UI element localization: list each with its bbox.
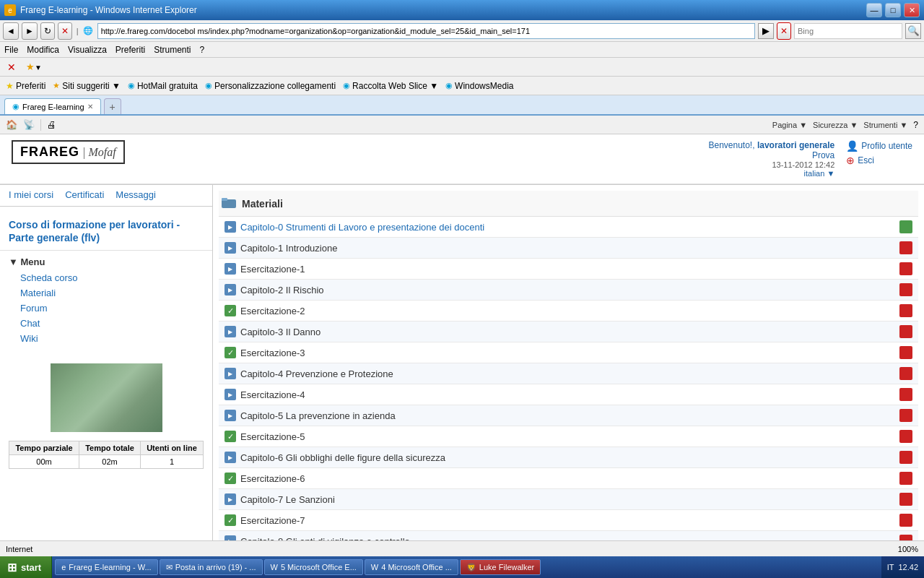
taskbar-lang: IT [887,563,894,571]
page-menu[interactable]: Pagina ▼ [772,121,807,129]
taskbar-filewalker[interactable]: 🦁 Luke Filewalker [460,559,541,575]
windowsmedia-link[interactable]: ◉ WindowsMedia [445,81,513,91]
office2-icon: W [371,563,378,571]
print-button[interactable]: 🖨 [47,119,56,130]
video-icon [225,535,236,540]
status-bar: Internet 100% [0,540,924,556]
wiki-link[interactable]: Wiki [20,331,204,346]
messages-link[interactable]: Messaggi [116,189,156,200]
material-text-8: Esercitazione-4 [240,389,305,400]
new-tab-icon: + [110,101,116,113]
maximize-button[interactable]: □ [885,3,901,17]
logo-script: | [82,146,85,159]
favorites-label: Preferiti [16,81,45,91]
star-dropdown[interactable]: ★▼ [23,61,45,72]
menu-toggle[interactable]: ▼ Menu [9,256,204,267]
material-row-left: Esercitazione-2 [225,305,305,316]
start-button[interactable]: ⊞ start [0,556,52,578]
materiali-link[interactable]: Materiali [20,285,204,301]
my-courses-link[interactable]: I miei corsi [9,189,53,200]
refresh-button[interactable]: ↻ [40,22,55,40]
menu-modifica[interactable]: Modifica [27,45,59,55]
go-button[interactable]: ▶ [758,23,774,39]
user-actions: 👤 Profilo utente ⊕ Esci [846,140,912,166]
red-icon-6 [899,346,912,359]
material-link-0[interactable]: Capitolo-0 Strumenti di Lavoro e present… [240,222,484,233]
material-text-3: Capitolo-2 Il Rischio [240,285,324,296]
video-icon [225,493,236,505]
nav-toolbar: 🏠 📡 🖨 Pagina ▼ Sicurezza ▼ Strumenti ▼ ? [0,116,924,134]
material-text-14: Esercitazione-7 [240,515,305,526]
new-tab-button[interactable]: + [104,98,121,114]
forum-link[interactable]: Forum [20,301,204,316]
material-text-7: Capitolo-4 Prevenzione e Protezione [240,368,393,379]
video-icon [225,242,236,254]
taskbar-mail[interactable]: ✉ Posta in arrivo (19) - ... [160,559,263,575]
search-input[interactable] [794,23,902,39]
webslice-label: Raccolta Web Slice ▼ [352,81,438,91]
material-text-10: Esercitazione-5 [240,431,305,442]
red-icon-3 [899,283,912,296]
delete-button[interactable]: ✕ [4,61,19,73]
material-text-4: Esercitazione-2 [240,306,305,316]
nav-icons-right: Pagina ▼ Sicurezza ▼ Strumenti ▼ ? [772,120,918,130]
home-button[interactable]: 🏠 [6,119,17,130]
personalization-link[interactable]: ◉ Personalizzazione collegamenti [205,81,336,91]
address-input[interactable] [97,23,755,39]
profile-link[interactable]: 👤 Profilo utente [846,140,912,152]
menu-file[interactable]: File [4,45,18,55]
menu-help[interactable]: ? [200,45,205,55]
window-controls[interactable]: — □ ✕ [866,3,920,17]
tools-menu[interactable]: Strumenti ▼ [863,121,907,129]
taskbar-office2[interactable]: W 4 Microsoft Office ... [365,559,458,575]
material-text-1: Capitolo-1 Introduzione [240,243,337,254]
course-title[interactable]: Corso di formazione per lavoratori - Par… [9,218,204,244]
red-icon-14 [899,514,912,527]
back-button[interactable]: ◄ [3,22,19,40]
window-title: Frareg E-learning - Windows Internet Exp… [20,5,197,15]
taskbar-ie[interactable]: e Frareg E-learning - W... [55,559,157,575]
webslice-link[interactable]: ◉ Raccolta Web Slice ▼ [343,81,438,91]
material-row: Capitolo-3 Il Danno [219,322,918,342]
user-photo [51,363,162,432]
nav-icons-left: 🏠 📡 🖨 [6,119,56,131]
tab-close-icon[interactable]: ✕ [87,103,93,111]
check-icon [225,347,236,358]
chat-link[interactable]: Chat [20,316,204,331]
minimize-button[interactable]: — [866,3,882,17]
tab-label: Frareg E-learning [22,103,84,111]
stop-addr-button[interactable]: ✕ [777,22,791,40]
course-header: Corso di formazione per lavoratori - Par… [0,212,212,251]
suggested-sites[interactable]: ★ Siti suggeriti ▼ [53,81,121,91]
security-menu[interactable]: Sicurezza ▼ [813,121,858,129]
logout-link[interactable]: ⊕ Esci [846,155,912,166]
material-text-6: Esercitazione-3 [240,348,305,358]
material-row: Capitolo-6 Gli obblighi delle figure del… [219,447,918,468]
office1-icon: W [271,563,278,571]
material-row: Capitolo-7 Le Sanzioni [219,489,918,510]
user-info: Benvenuto!, lavoratori generale Prova 13… [708,140,834,178]
webslice-icon: ◉ [343,81,350,90]
red-icon-5 [899,325,912,338]
menu-visualizza[interactable]: Visualizza [68,45,107,55]
favorites-link[interactable]: ★ Preferiti [6,81,45,91]
search-button[interactable]: 🔍 [905,23,921,39]
rss-button[interactable]: 📡 [23,119,35,130]
certificates-link[interactable]: Certificati [65,189,104,200]
hotmail-link[interactable]: ◉ HotMail gratuita [128,81,198,91]
material-row-left: Capitolo-7 Le Sanzioni [225,493,335,505]
menu-strumenti[interactable]: Strumenti [154,45,191,55]
material-row-left: Esercitazione-5 [225,431,305,442]
scheda-corso-link[interactable]: Scheda corso [20,270,204,285]
forward-button[interactable]: ► [22,22,38,40]
taskbar-office1[interactable]: W 5 Microsoft Office E... [264,559,363,575]
stop-button[interactable]: ✕ [58,22,72,40]
language-selector[interactable]: italian ▼ [708,169,834,178]
tab-frareg[interactable]: ◉ Frareg E-learning ✕ [4,98,101,114]
help-button[interactable]: ? [913,120,918,130]
menu-preferiti[interactable]: Preferiti [116,45,145,55]
taskbar-time: 12.42 [898,563,918,571]
red-icon-9 [899,409,912,422]
close-button[interactable]: ✕ [904,3,920,17]
material-row: Capitolo-5 La prevenzione in azienda [219,405,918,426]
